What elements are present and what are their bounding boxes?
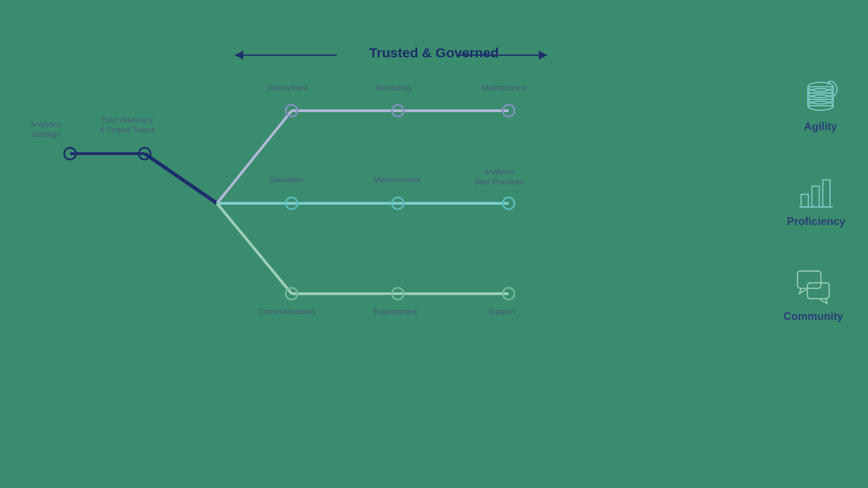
svg-line-5 bbox=[145, 154, 217, 203]
measurement-label: Measurement bbox=[373, 175, 420, 184]
proficiency-block: Proficiency bbox=[787, 172, 845, 228]
diagram-svg bbox=[0, 0, 868, 488]
svg-marker-1 bbox=[235, 51, 243, 60]
proficiency-icon bbox=[796, 172, 836, 212]
exec-advocacy-label: Exec Advocacy & Project Teams bbox=[99, 115, 155, 135]
svg-rect-35 bbox=[812, 186, 819, 207]
community-block: Community bbox=[783, 267, 843, 323]
svg-line-6 bbox=[217, 111, 292, 203]
engagement-label: Engagement bbox=[373, 307, 417, 316]
svg-rect-39 bbox=[807, 283, 829, 299]
svg-line-12 bbox=[217, 203, 292, 294]
main-container: Trusted & Governed Analytics Strategy Ex… bbox=[0, 0, 868, 488]
agility-label: Agility bbox=[804, 120, 837, 133]
svg-marker-3 bbox=[539, 51, 547, 60]
support-label: Support bbox=[488, 307, 515, 316]
svg-rect-36 bbox=[823, 180, 830, 207]
monitoring-label: Monitoring bbox=[375, 84, 411, 93]
svg-rect-38 bbox=[797, 271, 821, 288]
svg-rect-34 bbox=[801, 194, 808, 207]
maintenance-label: Maintenance bbox=[482, 84, 526, 93]
analytics-best-practices-label: Analytics Best Practices bbox=[475, 167, 524, 187]
communications-label: Communications bbox=[259, 307, 316, 316]
community-label: Community bbox=[783, 310, 843, 323]
proficiency-label: Proficiency bbox=[787, 215, 845, 228]
community-icon bbox=[793, 267, 834, 307]
analytics-strategy-label: Analytics Strategy bbox=[31, 120, 61, 140]
agility-block: Agility bbox=[800, 77, 841, 133]
education-label: Education bbox=[269, 175, 304, 184]
deployment-label: Deployment bbox=[267, 84, 308, 93]
agility-icon bbox=[800, 77, 841, 117]
